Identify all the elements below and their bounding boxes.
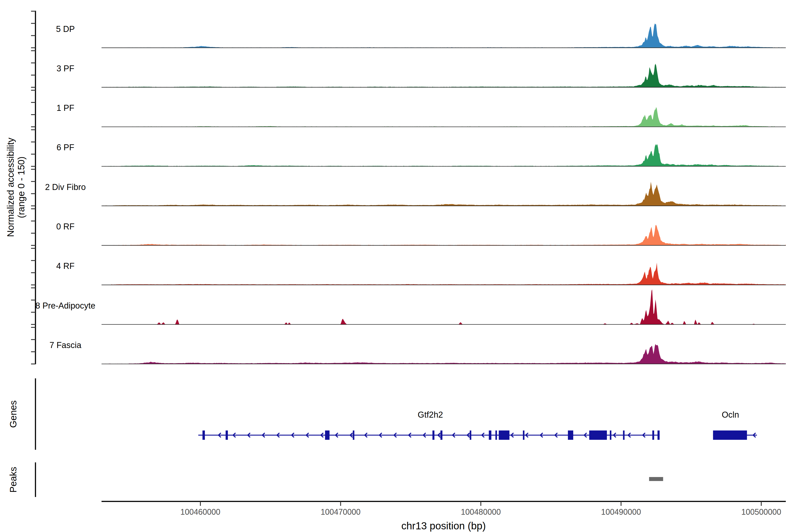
gene-models-layer: Gtf2h2Ocln <box>198 410 757 440</box>
exon-rect <box>433 431 435 440</box>
coverage-area <box>101 225 786 245</box>
exon-rect <box>658 431 660 440</box>
coverage-area <box>101 182 786 206</box>
exon-rect <box>652 431 654 440</box>
track-row: 6 PF <box>57 143 786 166</box>
coverage-area <box>101 263 786 285</box>
coverage-area <box>101 289 786 324</box>
track-row: 4 RF <box>56 261 786 285</box>
exon-rect <box>489 431 491 440</box>
exon-rect <box>226 431 228 440</box>
exon-rect <box>623 431 625 440</box>
peaks-section-label: Peaks <box>8 467 18 493</box>
exon-rect <box>202 431 205 440</box>
peaks-layer <box>649 477 663 481</box>
track-row: 3 PF <box>57 64 786 87</box>
y-axis-label-line1: Normalized accessibility <box>5 138 16 237</box>
genes-section-label: Genes <box>8 400 18 428</box>
x-tick-label: 100480000 <box>461 507 501 516</box>
track-label: 6 PF <box>57 143 74 152</box>
track-row: 2 Div Fibro <box>45 182 786 206</box>
track-label: 3 PF <box>57 64 74 73</box>
track-row: 5 DP <box>56 23 786 48</box>
track-row: 7 Fascia <box>50 341 786 364</box>
exon-rect <box>589 431 607 440</box>
coverage-area <box>101 107 786 127</box>
coverage-area <box>101 144 786 166</box>
track-row: 8 Pre-Adipocyte <box>36 289 786 324</box>
x-tick-label: 100460000 <box>180 507 220 516</box>
x-axis-title: chr13 position (bp) <box>401 520 486 532</box>
exon-rect <box>713 431 747 440</box>
exon-rect <box>353 431 355 440</box>
track-label: 0 RF <box>56 222 75 231</box>
coverage-area <box>101 344 786 364</box>
gene-label: Ocln <box>722 410 739 419</box>
genome-coverage-plot: Normalized accessibility (range 0 - 150)… <box>0 0 798 532</box>
gene-model: Ocln <box>713 410 757 440</box>
coverage-area <box>101 64 786 87</box>
track-label: 5 DP <box>56 24 75 34</box>
exon-rect <box>499 431 509 440</box>
coverage-tracks-layer: 5 DP3 PF1 PF6 PF2 Div Fibro0 RF4 RF8 Pre… <box>36 23 786 364</box>
exon-rect <box>470 431 471 440</box>
exon-rect <box>325 431 329 440</box>
track-row: 1 PF <box>57 103 786 127</box>
exon-rect <box>495 431 497 440</box>
track-label: 2 Div Fibro <box>45 183 86 192</box>
exon-rect <box>610 431 611 440</box>
x-tick-label: 100500000 <box>741 507 781 516</box>
peak-rect <box>649 477 663 481</box>
track-label: 7 Fascia <box>50 341 81 350</box>
track-label: 1 PF <box>57 103 74 113</box>
x-tick-label: 100490000 <box>601 507 641 516</box>
track-row: 0 RF <box>56 222 786 245</box>
exon-rect <box>440 431 442 440</box>
gene-label: Gtf2h2 <box>418 410 443 419</box>
exon-rect <box>523 431 525 440</box>
x-tick-label: 100470000 <box>321 507 360 516</box>
y-axis-label-line2: (range 0 - 150) <box>16 156 26 218</box>
gene-model: Gtf2h2 <box>198 410 660 440</box>
exon-rect <box>568 431 573 440</box>
track-label: 4 RF <box>56 261 75 271</box>
track-label: 8 Pre-Adipocyte <box>36 301 95 310</box>
coverage-area <box>101 23 786 48</box>
